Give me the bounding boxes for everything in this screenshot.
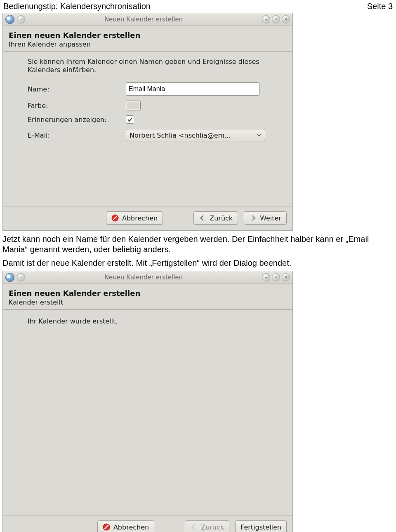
- window-title: Neuen Kalender erstellen: [25, 274, 262, 281]
- cancel-button[interactable]: Abbrechen: [97, 520, 154, 532]
- cancel-button-label: Abbrechen: [113, 523, 149, 531]
- show-reminders-checkbox[interactable]: [126, 115, 134, 124]
- calendar-form: Name: Farbe: Erinnerungen anzeigen:: [28, 80, 269, 144]
- chevron-down-icon: [257, 133, 262, 138]
- svg-point-5: [21, 277, 22, 278]
- document-header: Bedienungstip: Kalendersynchronisation S…: [2, 2, 394, 13]
- dialog-message: Ihr Kalender wurde erstellt.: [28, 317, 292, 326]
- maximize-icon[interactable]: [272, 273, 280, 281]
- window-menu-icon[interactable]: [17, 273, 25, 281]
- minimize-icon[interactable]: [262, 15, 270, 23]
- arrow-right-icon: [249, 214, 257, 222]
- dialog-subheading: Kalender erstellt: [9, 298, 287, 306]
- svg-point-0: [21, 19, 22, 20]
- dialog-footer: Abbrechen Zurück Fertigstellen: [3, 515, 292, 532]
- email-account-value: Norbert Schlia <nschlia@em...: [130, 131, 231, 139]
- titlebar[interactable]: Neuen Kalender erstellen: [3, 271, 292, 284]
- titlebar[interactable]: Neuen Kalender erstellen: [3, 13, 292, 26]
- close-icon[interactable]: [282, 273, 290, 281]
- finish-button-label: Fertigstellen: [240, 523, 281, 531]
- body-paragraph-1: Jetzt kann noch ein Name für den Kalende…: [2, 234, 394, 255]
- close-icon[interactable]: [282, 15, 290, 23]
- back-button: Zurück: [185, 520, 229, 532]
- dialog-subheading: Ihren Kalender anpassen: [9, 40, 287, 48]
- back-button-label: Zurück: [201, 523, 224, 531]
- cancel-button-label: Abbrechen: [122, 214, 158, 222]
- back-button-label: Zurück: [210, 214, 233, 222]
- calendar-name-input[interactable]: [126, 82, 259, 96]
- label-name: Name:: [28, 80, 126, 98]
- window-menu-icon[interactable]: [17, 15, 25, 23]
- body-paragraph-2: Damit ist der neue Kalender erstellt. Mi…: [2, 258, 394, 268]
- dialog-description: Sie können Ihrem Kalender einen Namen ge…: [28, 58, 292, 74]
- label-email: E-Mail:: [28, 127, 126, 144]
- email-account-dropdown[interactable]: Norbert Schlia <nschlia@em...: [126, 129, 265, 141]
- cancel-button[interactable]: Abbrechen: [106, 211, 163, 225]
- next-button[interactable]: Weiter: [244, 211, 287, 225]
- window-title: Neuen Kalender erstellen: [25, 16, 262, 23]
- minimize-icon[interactable]: [262, 273, 270, 281]
- back-button[interactable]: Zurück: [193, 211, 238, 225]
- calendar-wizard-step-done: Neuen Kalender erstellen Einen neuen Kal…: [2, 271, 293, 532]
- doc-title: Bedienungstip: Kalendersynchronisation: [3, 2, 151, 11]
- thunderbird-icon: [5, 273, 14, 282]
- calendar-wizard-step-customize: Neuen Kalender erstellen Einen neuen Kal…: [2, 13, 293, 231]
- cancel-icon: [103, 523, 110, 531]
- thunderbird-icon: [5, 15, 14, 24]
- doc-page: Seite 3: [367, 2, 393, 11]
- finish-button[interactable]: Fertigstellen: [235, 520, 287, 532]
- next-button-label: Weiter: [260, 214, 281, 222]
- calendar-color-picker[interactable]: [126, 101, 141, 110]
- dialog-footer: Abbrechen Zurück Weiter: [3, 206, 292, 230]
- dialog-heading: Einen neuen Kalender erstellen: [9, 289, 287, 298]
- arrow-left-icon: [190, 523, 198, 531]
- arrow-left-icon: [199, 214, 206, 222]
- label-reminders: Erinnerungen anzeigen:: [28, 113, 126, 127]
- label-color: Farbe:: [28, 98, 126, 113]
- cancel-icon: [111, 214, 119, 222]
- maximize-icon[interactable]: [272, 15, 280, 23]
- dialog-heading: Einen neuen Kalender erstellen: [9, 31, 287, 40]
